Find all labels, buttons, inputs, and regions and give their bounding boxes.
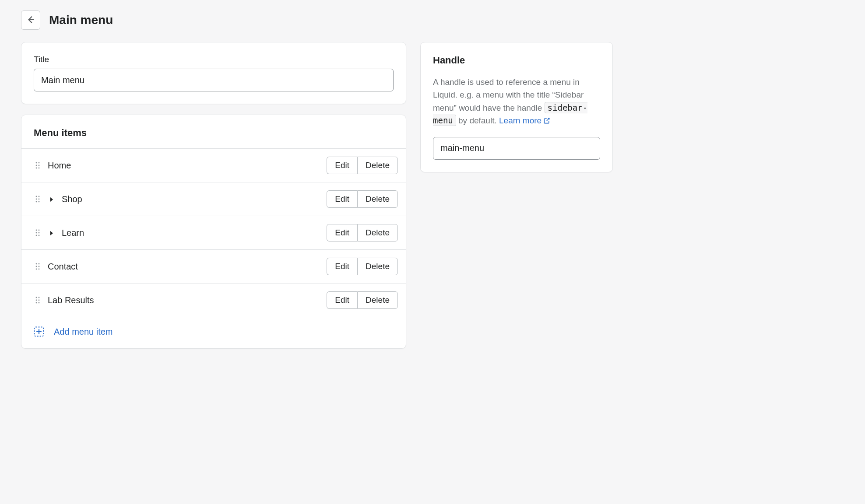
- svg-point-8: [36, 199, 37, 200]
- menu-item-row: Contact Edit Delete: [21, 250, 406, 284]
- svg-point-10: [36, 201, 37, 203]
- svg-point-9: [39, 199, 40, 200]
- add-dashed-icon: [34, 326, 44, 337]
- svg-point-22: [36, 269, 37, 270]
- add-menu-item-button[interactable]: Add menu item: [21, 317, 406, 348]
- add-menu-item-label: Add menu item: [54, 327, 113, 337]
- svg-point-21: [39, 266, 40, 267]
- svg-point-17: [39, 235, 40, 236]
- drag-handle-icon[interactable]: [34, 261, 42, 272]
- handle-desc-text-2: by default.: [456, 116, 499, 125]
- svg-point-26: [36, 300, 37, 301]
- menu-item-name: Contact: [48, 262, 320, 272]
- svg-point-3: [39, 165, 40, 166]
- svg-point-13: [39, 230, 40, 231]
- drag-handle-icon[interactable]: [34, 295, 42, 305]
- svg-point-15: [39, 232, 40, 234]
- svg-point-2: [36, 165, 37, 166]
- svg-point-0: [36, 162, 37, 164]
- handle-input[interactable]: [433, 137, 600, 160]
- drag-handle-icon[interactable]: [34, 228, 42, 238]
- svg-point-27: [39, 300, 40, 301]
- menu-items-card: Menu items Home Edit Delete: [21, 115, 406, 349]
- svg-point-16: [36, 235, 37, 236]
- title-label: Title: [34, 55, 394, 64]
- delete-button[interactable]: Delete: [357, 190, 398, 208]
- menu-item-row: Home Edit Delete: [21, 149, 406, 182]
- menu-item-actions: Edit Delete: [327, 190, 398, 208]
- delete-button[interactable]: Delete: [357, 291, 398, 309]
- menu-item-name: Learn: [62, 228, 320, 238]
- edit-button[interactable]: Edit: [327, 190, 357, 208]
- svg-point-12: [36, 230, 37, 231]
- menu-item-actions: Edit Delete: [327, 224, 398, 242]
- edit-button[interactable]: Edit: [327, 258, 357, 275]
- svg-point-18: [36, 263, 37, 265]
- svg-point-19: [39, 263, 40, 265]
- svg-point-20: [36, 266, 37, 267]
- learn-more-label: Learn more: [499, 116, 542, 125]
- learn-more-link[interactable]: Learn more: [499, 116, 550, 125]
- handle-card: Handle A handle is used to reference a m…: [420, 42, 613, 172]
- menu-item-name: Home: [48, 161, 320, 171]
- svg-point-23: [39, 269, 40, 270]
- menu-items-heading: Menu items: [21, 115, 406, 148]
- menu-item-actions: Edit Delete: [327, 258, 398, 275]
- svg-point-25: [39, 297, 40, 298]
- svg-point-24: [36, 297, 37, 298]
- expand-toggle[interactable]: [48, 228, 56, 238]
- expand-toggle[interactable]: [48, 194, 56, 204]
- svg-point-4: [36, 168, 37, 169]
- menu-items-list: Home Edit Delete: [21, 148, 406, 317]
- svg-point-29: [39, 302, 40, 304]
- menu-item-row: Shop Edit Delete: [21, 182, 406, 216]
- drag-handle-icon[interactable]: [34, 160, 42, 171]
- title-input[interactable]: [34, 69, 394, 91]
- menu-item-name: Shop: [62, 194, 320, 204]
- svg-point-5: [39, 168, 40, 169]
- delete-button[interactable]: Delete: [357, 224, 398, 242]
- edit-button[interactable]: Edit: [327, 291, 357, 309]
- svg-point-1: [39, 162, 40, 164]
- svg-point-6: [36, 196, 37, 197]
- handle-heading: Handle: [433, 55, 600, 66]
- drag-handle-icon[interactable]: [34, 194, 42, 204]
- menu-item-name: Lab Results: [48, 295, 320, 305]
- caret-right-icon: [49, 194, 54, 204]
- caret-right-icon: [49, 228, 54, 238]
- edit-button[interactable]: Edit: [327, 224, 357, 242]
- svg-point-28: [36, 302, 37, 304]
- menu-item-actions: Edit Delete: [327, 291, 398, 309]
- page-title: Main menu: [49, 13, 113, 27]
- delete-button[interactable]: Delete: [357, 157, 398, 174]
- svg-point-11: [39, 201, 40, 203]
- svg-point-7: [39, 196, 40, 197]
- external-link-icon: [542, 116, 550, 125]
- menu-item-actions: Edit Delete: [327, 157, 398, 174]
- back-button[interactable]: [21, 10, 40, 30]
- menu-item-row: Lab Results Edit Delete: [21, 284, 406, 317]
- svg-point-14: [36, 232, 37, 234]
- delete-button[interactable]: Delete: [357, 258, 398, 275]
- title-card: Title: [21, 42, 406, 104]
- handle-description: A handle is used to reference a menu in …: [433, 76, 600, 127]
- edit-button[interactable]: Edit: [327, 157, 357, 174]
- menu-item-row: Learn Edit Delete: [21, 216, 406, 250]
- page-header: Main menu: [21, 10, 844, 30]
- arrow-left-icon: [26, 15, 35, 26]
